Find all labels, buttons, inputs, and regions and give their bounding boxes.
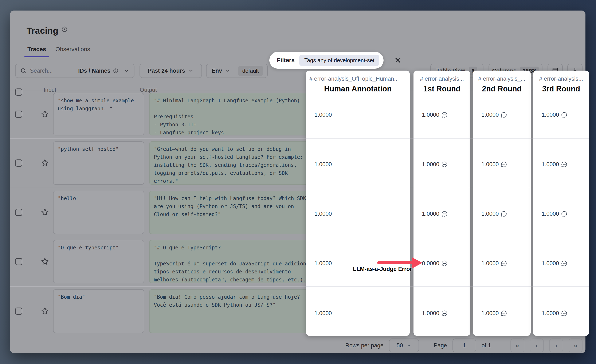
pagination-bar: Rows per page 50 Page 1 of 1 « ‹ › »	[316, 338, 582, 353]
star-icon[interactable]	[41, 257, 49, 265]
comment-icon[interactable]	[561, 161, 567, 167]
score-column-header[interactable]: # error-analysis...	[533, 76, 589, 82]
comment-icon[interactable]	[441, 211, 447, 217]
search-box[interactable]: Search... IDs / Names	[15, 64, 134, 78]
output-cell[interactable]: "Great—what do you want to set up or deb…	[149, 141, 315, 185]
input-cell[interactable]: "O que é typescript"	[53, 240, 144, 283]
comment-icon[interactable]	[441, 161, 447, 167]
score-cell[interactable]: 1.0000	[542, 310, 567, 317]
page-total-label: of 1	[482, 342, 491, 349]
star-icon[interactable]	[41, 159, 49, 167]
row-checkbox[interactable]	[15, 160, 22, 167]
search-scope-label: IDs / Names	[78, 68, 111, 74]
filters-button[interactable]: Filters Tags any of development-set	[269, 52, 384, 69]
score-column-2nd-round[interactable]: # error-analysis_... 2nd Round 1.0000 1.…	[473, 71, 531, 336]
score-column-1st-round[interactable]: # error-analysis... 1st Round 1.0000 1.0…	[413, 71, 470, 336]
score-cell[interactable]: 1.0000	[481, 161, 507, 168]
comment-icon[interactable]	[441, 112, 447, 118]
score-column-header[interactable]: # error-analysis_OffTopic_Human...	[306, 76, 410, 82]
score-cell[interactable]: 1.0000	[542, 260, 567, 267]
score-column-human-annotation[interactable]: # error-analysis_OffTopic_Human... Human…	[306, 71, 410, 336]
output-cell[interactable]: "Bom dia! Como posso ajudar com o Langfu…	[149, 289, 315, 333]
output-cell[interactable]: "# Minimal LangGraph + Langfuse example …	[149, 93, 315, 135]
page-title-text: Tracing	[27, 26, 58, 36]
time-range-label: Past 24 hours	[148, 68, 185, 74]
page-label: Page	[434, 342, 447, 349]
page-title: Tracing	[27, 26, 68, 36]
comment-icon[interactable]	[501, 310, 507, 316]
env-value-chip[interactable]: default	[238, 66, 263, 76]
next-page-button[interactable]: ›	[549, 339, 563, 352]
score-cell[interactable]: 1.0000	[422, 112, 447, 118]
comment-icon[interactable]	[501, 161, 507, 167]
score-cell-error[interactable]: 0.0000	[422, 260, 447, 267]
first-page-button[interactable]: «	[510, 339, 524, 352]
filter-chip-tags[interactable]: Tags any of development-set	[299, 55, 379, 66]
score-cell[interactable]: 1.0000	[314, 260, 332, 267]
error-annotation-label: LLM-as-a-Judge Error	[346, 266, 419, 272]
chevron-down-icon	[124, 68, 129, 73]
score-column-header[interactable]: # error-analysis_...	[473, 76, 531, 82]
row-checkbox[interactable]	[15, 258, 22, 265]
annotation-label: Human Annotation	[306, 84, 410, 93]
score-cell[interactable]: 1.0000	[314, 161, 332, 168]
output-cell[interactable]: "# O que é TypeScript? TypeScript é um s…	[149, 240, 315, 283]
last-page-button[interactable]: »	[569, 339, 582, 352]
search-input[interactable]: Search...	[30, 68, 53, 74]
score-cell[interactable]: 1.0000	[481, 260, 507, 267]
score-cell[interactable]: 1.0000	[314, 310, 332, 317]
star-icon[interactable]	[41, 110, 49, 118]
tab-observations[interactable]: Observations	[55, 46, 90, 57]
score-cell[interactable]: 1.0000	[542, 112, 567, 118]
tab-traces[interactable]: Traces	[27, 46, 46, 57]
comment-icon[interactable]	[501, 260, 507, 266]
comment-icon[interactable]	[561, 112, 567, 118]
error-arrow	[377, 261, 413, 264]
rows-per-page-select[interactable]: 50	[389, 339, 419, 352]
input-cell[interactable]: "hello"	[53, 191, 144, 234]
score-cell[interactable]: 1.0000	[481, 310, 507, 317]
comment-icon[interactable]	[501, 112, 507, 118]
chevron-down-icon	[188, 68, 194, 73]
time-range-button[interactable]: Past 24 hours	[140, 64, 202, 78]
env-label: Env	[212, 68, 222, 74]
annotation-label: 2nd Round	[473, 84, 531, 93]
score-cell[interactable]: 1.0000	[481, 211, 507, 217]
env-filter-button[interactable]: Env default	[206, 64, 268, 78]
score-cell[interactable]: 1.0000	[542, 161, 567, 168]
score-column-header[interactable]: # error-analysis...	[413, 76, 470, 82]
score-column-3rd-round[interactable]: # error-analysis... 3rd Round 1.0000 1.0…	[533, 71, 589, 336]
close-icon[interactable]	[393, 56, 402, 65]
previous-page-button[interactable]: ‹	[530, 339, 544, 352]
comment-icon[interactable]	[441, 310, 447, 316]
desktop-background: Tracing Traces Observations Search... ID…	[0, 0, 596, 364]
input-cell[interactable]: "python self hosted"	[53, 141, 144, 185]
score-cell[interactable]: 1.0000	[542, 211, 567, 217]
output-cell[interactable]: "Hi! How can I help with Langfuse today?…	[149, 191, 315, 234]
page-number-input[interactable]: 1	[453, 339, 476, 352]
score-cell[interactable]: 1.0000	[422, 161, 447, 168]
row-divider	[10, 336, 585, 336]
input-cell[interactable]: "Bom dia"	[53, 289, 144, 333]
comment-icon[interactable]	[561, 260, 567, 266]
filters-label: Filters	[277, 57, 295, 64]
score-cell[interactable]: 1.0000	[422, 310, 447, 317]
row-checkbox[interactable]	[15, 307, 22, 315]
row-checkbox[interactable]	[15, 111, 22, 118]
row-checkbox[interactable]	[15, 209, 22, 216]
score-cell[interactable]: 1.0000	[314, 211, 332, 217]
star-icon[interactable]	[41, 307, 49, 315]
comment-icon[interactable]	[501, 211, 507, 217]
info-icon	[113, 68, 119, 73]
score-cell[interactable]: 1.0000	[422, 211, 447, 217]
comment-icon[interactable]	[441, 260, 447, 266]
star-icon[interactable]	[41, 208, 49, 216]
chevron-down-icon	[225, 68, 231, 73]
info-icon	[61, 26, 68, 32]
score-cell[interactable]: 1.0000	[481, 112, 507, 118]
chevron-down-icon	[406, 343, 411, 348]
comment-icon[interactable]	[561, 310, 567, 316]
input-cell[interactable]: "show me a simple example using langgrap…	[53, 93, 144, 135]
score-cell[interactable]: 1.0000	[314, 112, 332, 118]
comment-icon[interactable]	[561, 211, 567, 217]
